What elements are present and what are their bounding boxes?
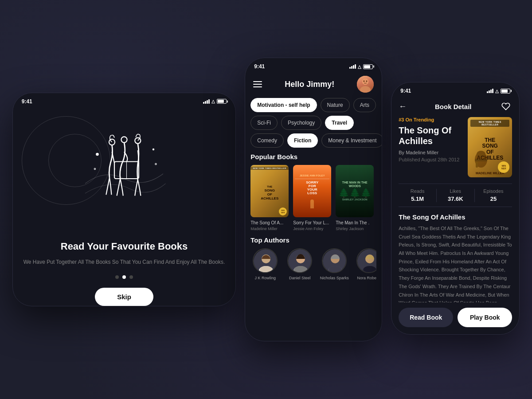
detail-nav: ← Book Detail [391,97,519,117]
status-icons-2: △ [349,64,373,69]
dot-1 [115,275,119,279]
dot-3 [129,275,133,279]
author-avatar-1 [253,248,278,273]
read-book-button[interactable]: Read Book [399,308,453,327]
stat-episodes: Episodes 25 [475,188,512,202]
wifi-icon-3: △ [495,89,499,94]
favorite-button[interactable] [500,100,512,113]
stat-reads: Reads 5.1M [399,188,436,202]
book-card-soa[interactable]: NEW YORK TIMES BESTSELLER THE SONGOFACHI… [250,165,289,231]
category-row-2: Sci-Fi Psychology Travel [250,116,376,130]
reads-label: Reads [399,188,436,194]
episodes-label: Episodes [475,188,512,194]
category-money[interactable]: Money & Investment [321,133,382,148]
popular-books-row: NEW YORK TIMES BESTSELLER THE SONGOFACHI… [250,165,376,231]
phone-detail: 9:41 △ ← Book Detail [391,82,520,335]
author-nora-roberts[interactable]: Nora Rober... [354,248,376,280]
book-author-detail: By Madeline Miller [399,150,462,155]
author-jk-rowling[interactable]: J K Rowling [250,248,280,280]
book-published: Published August 28th 2012 [399,157,462,162]
progress-dots [115,275,133,279]
category-nature[interactable]: Nature [321,98,350,112]
category-psychology[interactable]: Psychology [281,116,321,130]
category-row-3: Comedy Fiction Money & Investment [250,133,376,148]
status-icons-1: △ [203,99,227,104]
book-cover-soa: NEW YORK TIMES BESTSELLER THE SONGOFACHI… [250,165,289,217]
detail-header-title: Book Detail [435,103,472,110]
category-comedy[interactable]: Comedy [250,133,284,148]
trending-badge: #3 On Trending [399,117,462,122]
author-avatar-4 [356,248,376,273]
dot-2 [122,275,126,279]
battery-icon-3 [501,89,510,94]
time-2: 9:41 [254,63,265,70]
category-scifi[interactable]: Sci-Fi [250,116,278,130]
nyt-badge: NEW YORK TIMES BESTSELLER [470,120,509,127]
signal-icon-2 [349,64,356,69]
author-nicholas-sparks[interactable]: Nicholas Sparks [320,248,349,280]
category-row-1: Motivation - self help Nature Arts [250,98,376,112]
likes-label: Likes [437,188,474,194]
popular-books-label: Popular Books [250,153,376,160]
stats-row: Reads 5.1M Likes 37.6K Episodes 25 [399,184,512,207]
svg-point-10 [360,86,371,93]
category-fiction[interactable]: Fiction [287,133,318,148]
home-content: Hello Jimmy! [245,72,382,337]
time-1: 9:41 [22,98,32,105]
status-bar-3: 9:41 △ [391,82,519,97]
battery-icon-2 [363,64,373,69]
reading-illustration [75,125,173,223]
signal-icon-3 [487,89,493,93]
wifi-icon-2: △ [358,64,361,69]
authors-row: J K Rowling Da [250,248,376,280]
book-title-mitw: The Man In The . [336,220,374,226]
action-buttons: Read Book Play Book [391,302,519,332]
book-title-soa: The Song Of A... [250,220,289,226]
category-motivation[interactable]: Motivation - self help [250,98,317,112]
book-author-mitw: Shirley Jackson [336,227,374,231]
svg-point-7 [94,168,95,169]
onboarding-title: Read Your Favourite Books [61,240,188,253]
back-button[interactable]: ← [399,102,407,111]
svg-point-0 [121,137,127,142]
description-title: The Song Of Achilles [399,213,512,221]
author-name-2: Daniel Steel [289,276,311,280]
book-hero-section: #3 On Trending The Song Of Achilles By M… [399,117,512,177]
menu-button[interactable] [253,81,262,87]
book-card-sfyl[interactable]: JESSIE ANN FOLEY SORRYFORYOURLOSS Sorry … [293,165,331,231]
skip-button[interactable]: Skip [95,288,153,306]
svg-point-8 [155,163,156,164]
book-cover-sfyl: JESSIE ANN FOLEY SORRYFORYOURLOSS [293,165,331,217]
status-icons-3: △ [487,89,510,94]
svg-point-11 [362,78,368,85]
book-author-sfyl: Jessie Ann Foley [293,227,331,231]
user-avatar[interactable] [357,76,374,93]
author-daniel-steel[interactable]: Daniel Steel [285,248,314,280]
svg-point-6 [153,148,154,150]
book-main-title: The Song Of Achilles [399,125,462,146]
book-card-mitw[interactable]: THE MAN IN THE WOODS 🌲🌲🌲 SHIRLEY JACKSON… [336,165,374,231]
likes-value: 37.6K [437,196,474,202]
author-avatar-3 [322,248,347,273]
categories-section: Motivation - self help Nature Arts Sci-F… [245,98,382,337]
svg-point-17 [260,266,272,273]
category-arts[interactable]: Arts [353,98,376,112]
author-avatar-2 [287,248,312,273]
book-cover-detail: NEW YORK TIMES BESTSELLER THESONGOFACHIL… [468,117,512,177]
category-travel[interactable]: Travel [325,116,354,130]
svg-point-25 [329,266,341,273]
reads-value: 5.1M [399,196,436,202]
svg-point-21 [294,266,307,273]
top-authors-label: Top Authors [250,236,376,244]
author-name-4: Nora Rober... [357,276,376,280]
illustration [13,107,236,240]
greeting-text: Hello Jimmy! [285,80,334,89]
play-book-button[interactable]: Play Book [458,308,512,327]
onboarding-text-block: Read Your Favourite Books We Have Put To… [13,240,236,306]
detail-body: #3 On Trending The Song Of Achilles By M… [391,117,519,302]
svg-point-12 [364,81,365,82]
onboarding-content: Read Your Favourite Books We Have Put To… [13,107,236,306]
book-description: Achilles, "The Best Of All The Greeks," … [399,224,512,302]
svg-rect-33 [476,161,478,168]
svg-point-13 [366,81,368,82]
